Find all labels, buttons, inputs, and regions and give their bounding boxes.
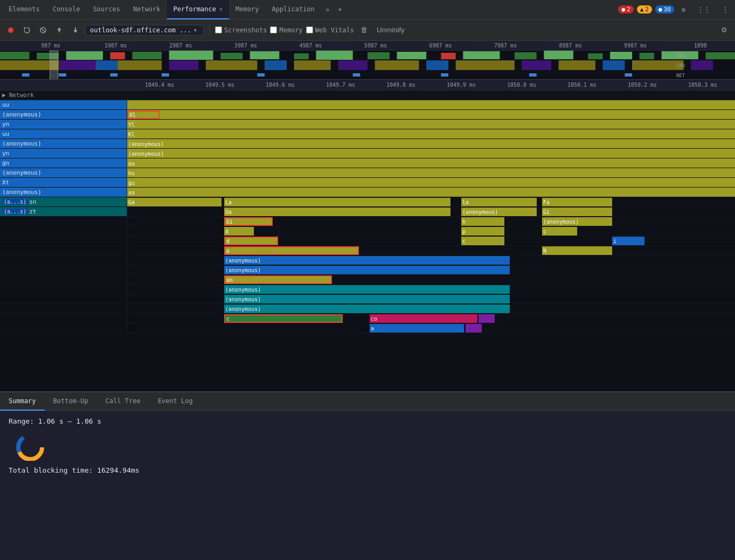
warn-icon: ▲ — [640, 6, 644, 13]
info-badge[interactable]: ● 30 — [655, 5, 674, 13]
time-label-9: 9987 ms — [603, 43, 668, 49]
screenshots-checkbox[interactable] — [215, 26, 222, 33]
info-icon: ● — [658, 6, 662, 13]
flame-label-yn-anon: yn — [0, 149, 127, 158]
bar-anon-blue-1: (anonymous) — [224, 256, 510, 265]
bar-purple-2 — [466, 324, 482, 333]
flame-bar-anon-teal-2: (anonymous) — [127, 294, 735, 303]
timeline-selection-handle[interactable] — [50, 51, 58, 80]
tab-summary[interactable]: Summary — [0, 392, 45, 411]
bar-an: an — [224, 275, 332, 284]
bar-yn-anon: (anonymous) — [127, 149, 450, 158]
bar-ua: Ua — [224, 208, 450, 216]
memory-checkbox-label[interactable]: Memory — [270, 26, 302, 34]
tab-application[interactable]: Application — [265, 0, 321, 19]
flame-row-yn-anon: yn (anonymous) — [0, 149, 735, 158]
time-label-5: 5987 ms — [343, 43, 408, 49]
bar-n: N — [542, 246, 612, 255]
trash-button[interactable]: 🗑 — [357, 24, 370, 37]
toolbar-right: ⚙ — [718, 24, 731, 37]
flame-label-anonymous-xl: (anonymous) — [0, 110, 127, 119]
tab-event-log[interactable]: Event Log — [149, 392, 202, 411]
flame-label-yn: yn — [0, 120, 127, 129]
svg-text:CPU: CPU — [676, 63, 685, 68]
svg-rect-5 — [59, 30, 60, 32]
web-vitals-checkbox[interactable] — [306, 26, 313, 33]
tab-console[interactable]: Console — [46, 0, 87, 19]
svg-rect-13 — [169, 51, 213, 60]
flame-row-anon-hu: (anonymous) hu — [0, 168, 735, 178]
tab-performance[interactable]: Performance ✕ — [167, 0, 230, 19]
svg-rect-20 — [441, 53, 455, 59]
flame-label-empty-12 — [0, 323, 127, 333]
flame-label-empty-10 — [0, 304, 127, 313]
summary-donut-chart — [9, 430, 52, 462]
refresh-record-button[interactable] — [20, 24, 33, 37]
tab-sources[interactable]: Sources — [86, 0, 127, 19]
flame-label-empty-3 — [0, 236, 127, 245]
more-options-button[interactable]: ⋮ — [718, 0, 733, 19]
bar-xl: Xl — [127, 110, 160, 119]
svg-rect-42 — [522, 60, 551, 70]
toolbar-settings-button[interactable]: ⚙ — [718, 24, 731, 37]
flame-chart[interactable]: uu (anonymous) Xl yn Yl uu Kl (anonymous… — [0, 100, 735, 391]
upload-button[interactable] — [53, 24, 66, 37]
svg-rect-26 — [640, 53, 654, 59]
flame-label-empty-4 — [0, 246, 127, 255]
tab-memory[interactable]: Memory — [229, 0, 265, 19]
tab-elements[interactable]: Elements — [2, 0, 46, 19]
fps-track: FPS — [0, 51, 735, 60]
memory-checkbox[interactable] — [270, 26, 277, 33]
new-tab-button[interactable]: + — [334, 0, 346, 19]
time-label-2: 2987 ms — [148, 43, 213, 49]
svg-point-0 — [8, 27, 13, 33]
net-track: NET — [0, 70, 735, 80]
flame-label-anon-xo: (anonymous) — [0, 188, 127, 197]
tab-bottom-up[interactable]: Bottom-Up — [45, 392, 97, 411]
svg-rect-55 — [529, 73, 537, 77]
flame-row-as-zt: (a...s) zt Ua (anonymous) Gi — [0, 207, 735, 217]
svg-rect-32 — [95, 60, 117, 70]
bar-anon-teal-1: (anonymous) — [224, 285, 510, 294]
flame-row-c-co: c co — [0, 314, 735, 323]
bar-anon-anon: (anonymous) — [127, 140, 450, 148]
settings-button[interactable]: ⚙ — [677, 0, 690, 19]
flame-bar-o-n: o N — [127, 246, 735, 255]
bar-yl: Yl — [127, 120, 450, 129]
bar-ou: ou — [127, 159, 450, 168]
flame-row-gi-h-anon: Gi h (anonymous) — [0, 217, 735, 226]
tab-network[interactable]: Network — [127, 0, 167, 19]
svg-marker-6 — [73, 30, 78, 33]
url-dropdown-icon[interactable]: ▾ — [193, 26, 197, 34]
ruler-0: 1049.4 ms — [129, 82, 190, 88]
flame-label-empty-1 — [0, 217, 127, 226]
summary-range: Range: 1.06 s – 1.06 s — [9, 417, 726, 425]
flame-bar-anon-blue-1: (anonymous) — [127, 255, 735, 265]
error-badge[interactable]: ● 2 — [618, 5, 633, 13]
warn-badge[interactable]: ▲ 2 — [637, 5, 652, 13]
svg-rect-52 — [257, 73, 265, 77]
record-button[interactable] — [4, 24, 17, 37]
more-tabs-button[interactable]: » — [321, 0, 334, 19]
toolbar-divider-1 — [209, 25, 210, 36]
tab-call-tree[interactable]: Call Tree — [97, 392, 149, 411]
network-row: ▶ Network — [0, 91, 735, 100]
web-vitals-checkbox-label[interactable]: Web Vitals — [306, 26, 354, 34]
screenshots-checkbox-label[interactable]: Screenshots — [215, 26, 267, 34]
unminify-button[interactable]: Unminify — [373, 24, 408, 37]
customize-button[interactable]: ⋮⋮ — [693, 0, 715, 19]
tab-bar: Elements Console Sources Network Perform… — [0, 0, 735, 19]
bar-h: h — [461, 217, 504, 226]
svg-rect-22 — [515, 52, 537, 59]
clear-button[interactable] — [37, 24, 50, 37]
tab-bar-right: ● 2 ▲ 2 ● 30 ⚙ ⋮⋮ ⋮ — [618, 0, 733, 19]
flame-row-anon-blue-2: (anonymous) — [0, 265, 735, 275]
bar-c2: c — [461, 237, 504, 245]
download-button[interactable] — [69, 24, 82, 37]
svg-rect-50 — [110, 73, 118, 77]
flame-row-a-purple: a — [0, 323, 735, 333]
close-performance-tab[interactable]: ✕ — [219, 6, 223, 12]
timeline-overview[interactable]: 987 ms 1987 ms 2987 ms 3987 ms 4987 ms 5… — [0, 41, 735, 80]
ruler-8: 1050.2 ms — [612, 82, 672, 88]
ruler-2: 1049.6 ms — [250, 82, 310, 88]
